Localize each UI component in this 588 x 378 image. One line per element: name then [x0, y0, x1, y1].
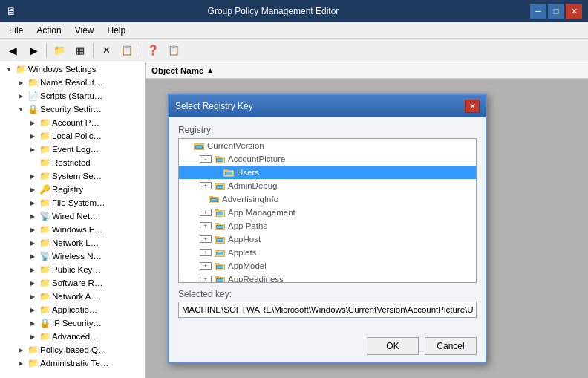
registry-item[interactable]: Users — [179, 166, 476, 179]
tree-item-label: Account P… — [52, 118, 99, 127]
tree-item-label: Registry — [52, 185, 83, 194]
tree-folder-icon: 📁 — [27, 344, 39, 356]
tree-toggle-icon: ▶ — [27, 133, 39, 140]
copy-button[interactable]: 📋 — [117, 42, 137, 59]
reg-folder-icon — [193, 140, 205, 151]
tree-toggle-icon: ▶ — [27, 333, 39, 340]
menu-help[interactable]: Help — [102, 24, 132, 37]
tree-toggle-icon: ▶ — [15, 347, 27, 353]
tree-item[interactable]: ▶📁Administrativ Te… — [0, 356, 145, 370]
tree-item[interactable]: ▶📁Public Key… — [0, 263, 145, 276]
reg-item-label: App Management — [228, 208, 295, 217]
grid-button[interactable]: ▦ — [71, 42, 90, 59]
tree-toggle-icon: ▶ — [27, 173, 39, 180]
tree-panel: ▼📁Windows Settings▶📁Name Resolut…▶📄Scrip… — [0, 62, 146, 378]
tree-toggle-icon: ▼ — [3, 66, 15, 73]
svg-rect-49 — [217, 266, 223, 268]
tree-folder-icon: 📄 — [27, 90, 39, 102]
tree-item[interactable]: ▶📡Wireless N… — [0, 250, 145, 263]
column-header-row: Object Name ▲ — [146, 62, 588, 79]
help-button[interactable]: ❓ — [143, 42, 163, 59]
tree-folder-icon: 📁 — [39, 277, 50, 289]
selected-key-section: Selected key: — [178, 289, 477, 318]
separator-1 — [46, 43, 47, 58]
tree-item[interactable]: ▶📄Scripts (Startu… — [0, 89, 145, 102]
tree-item[interactable]: ▶📁Policy-based Q… — [0, 343, 145, 356]
tree-item[interactable]: ▶📁Software R… — [0, 276, 145, 290]
properties-button[interactable]: 📋 — [164, 42, 183, 59]
registry-item[interactable]: + AppReadiness — [179, 273, 476, 283]
ok-button[interactable]: OK — [367, 337, 419, 355]
minimize-button[interactable]: ─ — [530, 4, 546, 19]
svg-rect-14 — [226, 172, 232, 175]
separator-2 — [93, 43, 94, 58]
tree-item[interactable]: ▶📁Windows F… — [0, 223, 145, 236]
tree-item[interactable]: ▶📁Network A… — [0, 290, 145, 303]
right-content-area: There are no items to show in this view.… — [146, 79, 588, 378]
registry-item[interactable]: + App Management — [179, 206, 476, 219]
tree-item[interactable]: ▶📁File System… — [0, 196, 145, 209]
tree-item[interactable]: 📁Restricted — [0, 156, 145, 169]
close-button[interactable]: ✕ — [566, 4, 582, 19]
tree-toggle-icon: ▼ — [15, 106, 27, 113]
tree-toggle-icon: ▶ — [27, 240, 39, 247]
tree-item[interactable]: ▶📁Name Resolut… — [0, 76, 145, 89]
registry-item[interactable]: + App Paths — [179, 219, 476, 232]
reg-toggle-icon: + — [200, 276, 212, 283]
tree-item[interactable]: ▶🔒IP Security… — [0, 316, 145, 330]
delete-button[interactable]: ✕ — [97, 42, 116, 59]
browse-button[interactable]: 📁 — [50, 42, 69, 59]
modal-close-button[interactable]: ✕ — [465, 100, 480, 113]
tree-folder-icon: 📁 — [39, 197, 50, 209]
tree-item-label: Wireless N… — [52, 252, 102, 261]
tree-item[interactable]: ▶📁Advanced… — [0, 330, 145, 343]
forward-button[interactable]: ▶ — [24, 42, 43, 59]
registry-item[interactable]: + AdminDebug — [179, 179, 476, 192]
tree-item-label: Network A… — [52, 292, 99, 301]
tree-item[interactable]: ▶📁Account P… — [0, 116, 145, 129]
tree-item-label: Administrativ Te… — [40, 359, 108, 368]
app-icon: 🖥 — [6, 5, 16, 17]
tree-folder-icon: 📁 — [39, 264, 50, 276]
tree-item[interactable]: ▼🔒Security Settir… — [0, 102, 145, 116]
object-name-header: Object Name ▲ — [151, 66, 214, 75]
registry-list-container[interactable]: CurrentVersion- AccountPicture Users+ Ad… — [178, 138, 477, 283]
registry-item[interactable]: AdvertisingInfo — [179, 192, 476, 206]
tree-item-label: Windows Settings — [28, 65, 96, 74]
tree-toggle-icon: ▶ — [27, 320, 39, 327]
cancel-button[interactable]: Cancel — [425, 337, 477, 355]
tree-folder-icon: 📁 — [39, 117, 50, 128]
menu-action[interactable]: Action — [30, 24, 67, 37]
back-button[interactable]: ◀ — [3, 42, 22, 59]
tree-item[interactable]: ▶📁Local Polic… — [0, 129, 145, 143]
reg-toggle-icon: + — [200, 182, 212, 189]
selected-key-input[interactable] — [178, 302, 477, 318]
tree-item[interactable]: ▶📡Wired Net… — [0, 209, 145, 223]
tree-item[interactable]: ▼📁Windows Settings — [0, 62, 145, 76]
registry-item[interactable]: + Applets — [179, 246, 476, 259]
maximize-button[interactable]: □ — [548, 4, 564, 19]
registry-item[interactable]: + AppModel — [179, 259, 476, 273]
tree-toggle-icon: ▶ — [15, 79, 27, 86]
modal-footer: OK Cancel — [169, 333, 486, 362]
tree-item[interactable]: ▶📁System Se… — [0, 169, 145, 183]
tree-item[interactable]: ▶📁Event Log… — [0, 143, 145, 156]
tree-folder-icon: 📁 — [27, 76, 39, 88]
tree-folder-icon: 📡 — [39, 250, 50, 262]
reg-item-label: CurrentVersion — [207, 141, 264, 150]
menu-file[interactable]: File — [3, 24, 29, 37]
tree-item[interactable]: ▶📁Applicatio… — [0, 303, 145, 316]
registry-item[interactable]: - AccountPicture — [179, 152, 476, 166]
tree-folder-icon: 📁 — [39, 304, 50, 316]
registry-item[interactable]: + AppHost — [179, 232, 476, 246]
reg-item-label: Applets — [228, 248, 256, 257]
toolbar: ◀ ▶ 📁 ▦ ✕ 📋 ❓ 📋 — [0, 39, 588, 62]
tree-item[interactable]: ▶📁Network L… — [0, 236, 145, 250]
tree-item-label: Policy-based Q… — [40, 345, 106, 354]
tree-item[interactable]: ▶🔑Registry — [0, 183, 145, 196]
modal-overlay: Select Registry Key ✕ Registry: CurrentV… — [146, 79, 588, 378]
menu-view[interactable]: View — [69, 24, 100, 37]
reg-folder-icon — [214, 220, 226, 232]
registry-item[interactable]: CurrentVersion — [179, 139, 476, 152]
tree-item-label: File System… — [52, 198, 105, 207]
